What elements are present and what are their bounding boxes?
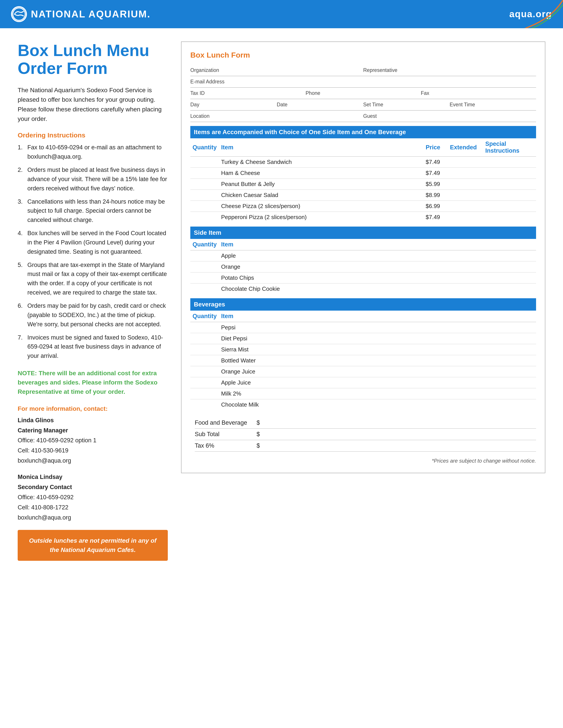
location-field: Location	[190, 113, 363, 120]
instructions-list: 1.Fax to 410-659-0294 or e-mail as an at…	[18, 143, 168, 361]
qty-cell[interactable]	[190, 157, 219, 168]
col-header-special: Special Instructions	[483, 138, 536, 157]
special-cell[interactable]	[483, 201, 536, 212]
table-row: Ham & Cheese $7.49	[190, 168, 536, 179]
left-column: Box Lunch Menu Order Form The National A…	[18, 41, 168, 561]
org-rep-row: Organization Representative	[190, 65, 536, 76]
qty-cell[interactable]	[190, 179, 219, 190]
qty-cell[interactable]	[190, 388, 219, 399]
qty-cell[interactable]	[190, 250, 219, 261]
item-cell: Chocolate Milk	[219, 399, 536, 410]
item-cell: Bottled Water	[219, 355, 536, 366]
totals-row-tax: Tax 6% $	[195, 440, 536, 452]
item-cell: Turkey & Cheese Sandwich	[219, 157, 424, 168]
event-time-label: Event Time	[450, 102, 536, 108]
logo-area: NATIONAL AQUARIUM.	[11, 6, 150, 22]
special-cell[interactable]	[483, 179, 536, 190]
item-cell: Potato Chips	[219, 272, 536, 283]
price-cell: $7.49	[424, 212, 448, 223]
qty-cell[interactable]	[190, 201, 219, 212]
extended-cell[interactable]	[448, 201, 483, 212]
qty-cell[interactable]	[190, 322, 219, 333]
contact-cell-2: Cell: 410-808-1722	[18, 503, 168, 513]
qty-cell[interactable]	[190, 283, 219, 295]
table-row: Orange Juice	[190, 366, 536, 377]
totals-label-tax: Tax 6%	[195, 442, 252, 449]
qty-cell[interactable]	[190, 168, 219, 179]
special-cell[interactable]	[483, 168, 536, 179]
extended-cell[interactable]	[448, 179, 483, 190]
tax-id-field: Tax ID	[190, 90, 306, 98]
table-row: Orange	[190, 261, 536, 272]
list-item: 7.Invoices must be signed and faxed to S…	[18, 333, 168, 361]
representative-field: Representative	[363, 67, 536, 75]
totals-dollar-food: $	[256, 419, 263, 426]
beverages-table: Quantity Item Pepsi Diet Pepsi Sierra Mi…	[190, 311, 536, 410]
price-cell: $7.49	[424, 157, 448, 168]
day-date-time-row: Day Date Set Time Event Time	[190, 99, 536, 111]
extended-cell[interactable]	[448, 168, 483, 179]
organization-label: Organization	[190, 67, 363, 73]
qty-cell[interactable]	[190, 190, 219, 201]
phone-label: Phone	[306, 90, 421, 96]
item-cell: Milk 2%	[219, 388, 536, 399]
extended-cell[interactable]	[448, 212, 483, 223]
table-row: Bottled Water	[190, 355, 536, 366]
extended-cell[interactable]	[448, 157, 483, 168]
form-title: Box Lunch Form	[190, 51, 536, 59]
contact-cell-1: Cell: 410-530-9619	[18, 446, 168, 456]
website-url: aqua.org	[509, 9, 552, 19]
list-item: 6.Orders may be paid for by cash, credit…	[18, 301, 168, 329]
special-cell[interactable]	[483, 157, 536, 168]
table-row: Peanut Butter & Jelly $5.99	[190, 179, 536, 190]
special-cell[interactable]	[483, 212, 536, 223]
qty-cell[interactable]	[190, 212, 219, 223]
item-cell: Diet Pepsi	[219, 333, 536, 344]
set-time-label: Set Time	[363, 102, 450, 108]
qty-cell[interactable]	[190, 261, 219, 272]
location-label: Location	[190, 113, 363, 119]
date-label: Date	[277, 102, 364, 108]
table-row: Pepsi	[190, 322, 536, 333]
table-row: Turkey & Cheese Sandwich $7.49	[190, 157, 536, 168]
org-name: NATIONAL AQUARIUM.	[31, 9, 150, 20]
representative-label: Representative	[363, 67, 536, 73]
item-cell: Sierra Mist	[219, 344, 536, 355]
contact-office-2: Office: 410-659-0292	[18, 492, 168, 503]
price-cell: $8.99	[424, 190, 448, 201]
contact-block-2: Monica Lindsay Secondary Contact Office:…	[18, 472, 168, 523]
totals-row-subtotal: Sub Total $	[195, 429, 536, 440]
page-header: NATIONAL AQUARIUM. aqua.org	[0, 0, 563, 28]
qty-cell[interactable]	[190, 399, 219, 410]
item-cell: Chicken Caesar Salad	[219, 190, 424, 201]
tax-id-label: Tax ID	[190, 90, 306, 96]
beverages-header: Beverages	[190, 298, 536, 311]
location-guest-row: Location Guest	[190, 111, 536, 122]
list-item: 5.Groups that are tax-exempt in the Stat…	[18, 261, 168, 297]
contact-name-2: Monica Lindsay	[18, 472, 168, 482]
qty-cell[interactable]	[190, 333, 219, 344]
table-row: Apple	[190, 250, 536, 261]
contact-email-2: boxlunch@aqua.org	[18, 513, 168, 523]
list-item: 2.Orders must be placed at least five bu…	[18, 165, 168, 193]
qty-cell[interactable]	[190, 377, 219, 388]
table-row: Chicken Caesar Salad $8.99	[190, 190, 536, 201]
table-row: Chocolate Chip Cookie	[190, 283, 536, 295]
fax-label: Fax	[421, 90, 536, 96]
email-label: E-mail Address	[190, 79, 536, 85]
main-items-table: Quantity Item Price Extended Special Ins…	[190, 138, 536, 223]
special-cell[interactable]	[483, 190, 536, 201]
event-time-field: Event Time	[450, 102, 536, 109]
set-time-field: Set Time	[363, 102, 450, 109]
extended-cell[interactable]	[448, 190, 483, 201]
qty-cell[interactable]	[190, 272, 219, 283]
qty-cell[interactable]	[190, 355, 219, 366]
intro-text: The National Aquarium's Sodexo Food Serv…	[18, 85, 168, 124]
table-row: Sierra Mist	[190, 344, 536, 355]
item-cell: Ham & Cheese	[219, 168, 424, 179]
item-cell: Orange Juice	[219, 366, 536, 377]
qty-cell[interactable]	[190, 344, 219, 355]
guest-label: Guest	[363, 113, 536, 119]
ordering-instructions-title: Ordering Instructions	[18, 131, 168, 139]
qty-cell[interactable]	[190, 366, 219, 377]
